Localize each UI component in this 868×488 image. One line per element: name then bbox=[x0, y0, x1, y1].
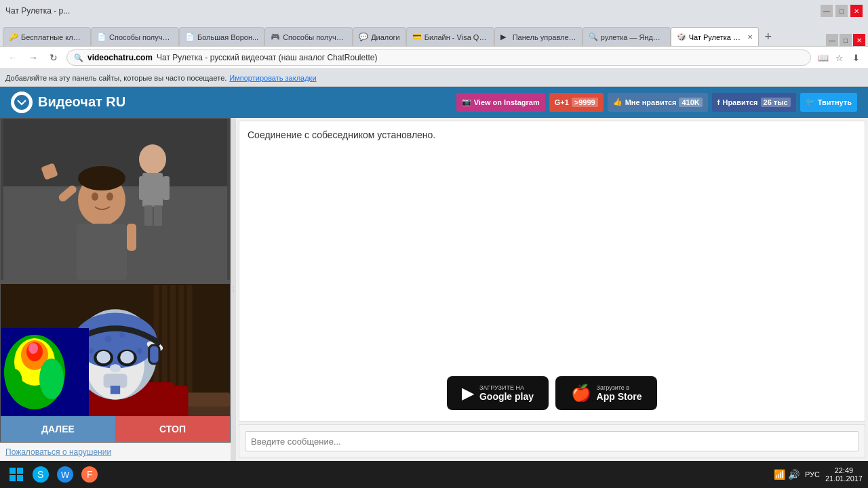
svg-rect-59 bbox=[17, 468, 23, 474]
close-button[interactable]: ✕ bbox=[850, 5, 863, 17]
address-icons: 📖 ☆ ⬇ bbox=[816, 51, 863, 64]
tab-9-active[interactable]: 🎲 Чат Рулетка - р... ✕ bbox=[671, 27, 759, 46]
taskbar-start-button[interactable] bbox=[5, 464, 27, 485]
tab-label-7: Панель управлен... bbox=[513, 33, 576, 41]
google-play-badge[interactable]: ▶ ЗАГРУЗИТЕ НА Google play bbox=[447, 376, 549, 410]
reader-icon[interactable]: 📖 bbox=[816, 51, 830, 64]
svg-rect-14 bbox=[127, 224, 136, 251]
browser-close[interactable]: ✕ bbox=[853, 34, 865, 46]
window-title: Чат Рулетка - р... bbox=[5, 6, 70, 16]
tab-label-4: Способы получен... bbox=[283, 33, 347, 41]
site-header: Видеочат RU 📷 View on Instagram G+1 >999… bbox=[0, 87, 868, 118]
browser-menu-buttons: — □ ✕ bbox=[826, 34, 865, 46]
taskbar-date-value: 21.01.2017 bbox=[825, 474, 863, 483]
tab-favicon-2: 📄 bbox=[97, 33, 106, 42]
svg-point-57 bbox=[6, 369, 22, 396]
taskbar-time-value: 22:49 bbox=[835, 466, 854, 474]
window-controls: — □ ✕ bbox=[821, 5, 863, 17]
svg-text:W: W bbox=[61, 470, 70, 480]
connection-status: Соединение с собеседником установлено. bbox=[248, 129, 856, 140]
tab-close-9[interactable]: ✕ bbox=[747, 33, 753, 41]
browser-restore[interactable]: □ bbox=[840, 34, 852, 46]
tab-label-3: Большая Ворон... bbox=[197, 33, 258, 41]
skype-icon-svg: S bbox=[32, 466, 50, 483]
remote-video bbox=[0, 118, 231, 281]
svg-rect-61 bbox=[17, 475, 23, 481]
back-button[interactable]: ← bbox=[5, 50, 20, 65]
tab-bar: 🔑 Бесплатные ключ... 📄 Способы получен..… bbox=[0, 22, 868, 46]
tab-7[interactable]: ▶ Панель управлен... bbox=[494, 27, 583, 46]
stop-button[interactable]: СТОП bbox=[115, 416, 230, 442]
svg-rect-8 bbox=[144, 205, 153, 226]
remote-video-bg bbox=[1, 119, 230, 280]
svg-point-48 bbox=[105, 336, 112, 342]
tab-2[interactable]: 📄 Способы получен... bbox=[91, 27, 179, 46]
next-button[interactable]: ДАЛЕЕ bbox=[1, 416, 115, 442]
thermal-svg bbox=[1, 328, 89, 416]
tab-label-8: рулетка — Яндекс... bbox=[601, 33, 665, 41]
svg-point-17 bbox=[78, 166, 125, 190]
tab-3[interactable]: 📄 Большая Ворон... bbox=[179, 27, 264, 46]
tab-label-6: Билайн - Visa QiW... bbox=[425, 33, 488, 41]
logo-icon bbox=[11, 92, 33, 113]
maximize-button[interactable]: □ bbox=[835, 5, 848, 17]
bookmarks-bar: Добавляйте на эту панель сайты, которые … bbox=[0, 69, 868, 87]
svg-rect-9 bbox=[154, 205, 162, 226]
tab-favicon-9: 🎲 bbox=[677, 33, 686, 42]
report-violation-link[interactable]: Пожаловаться о нарушении bbox=[5, 447, 111, 457]
svg-point-38 bbox=[120, 350, 134, 363]
svg-rect-40 bbox=[104, 373, 127, 387]
app-store-text: Загрузите в App Store bbox=[597, 384, 642, 402]
tab-5[interactable]: 💬 Диалоги bbox=[353, 27, 406, 46]
svg-point-4 bbox=[139, 144, 166, 174]
reload-button[interactable]: ↻ bbox=[46, 50, 61, 65]
vk-count: 410K bbox=[679, 98, 702, 107]
gplus-button[interactable]: G+1 >9999 bbox=[549, 93, 604, 112]
instagram-button[interactable]: 📷 View on Instagram bbox=[456, 93, 545, 112]
import-bookmarks-link[interactable]: Импортировать закладки bbox=[229, 74, 316, 82]
gplus-count: >9999 bbox=[572, 98, 598, 107]
app3-icon-svg: F bbox=[81, 466, 98, 483]
tab-6[interactable]: 💳 Билайн - Visa QiW... bbox=[406, 27, 494, 46]
bookmark-icon[interactable]: ☆ bbox=[833, 51, 846, 64]
logo-svg bbox=[14, 95, 29, 110]
chat-input[interactable] bbox=[245, 431, 859, 451]
instagram-label: View on Instagram bbox=[474, 98, 540, 106]
local-video-bg: ДАЛЕЕ СТОП bbox=[1, 284, 230, 442]
twitter-button[interactable]: 🐦 Твитнуть bbox=[800, 93, 857, 112]
tab-favicon-1: 🔑 bbox=[9, 33, 18, 42]
url-domain: videochatru.com bbox=[87, 53, 153, 62]
taskbar-app3-icon[interactable]: F bbox=[79, 464, 100, 485]
site-logo: Видеочат RU bbox=[11, 92, 125, 113]
app-badges: ▶ ЗАГРУЗИТЕ НА Google play 🍎 Загрузите в… bbox=[447, 376, 657, 410]
svg-point-16 bbox=[106, 192, 113, 201]
taskbar-right: 📶 🔊 РУС 22:49 21.01.2017 bbox=[774, 466, 863, 483]
minimize-button[interactable]: — bbox=[821, 5, 833, 17]
instagram-icon: 📷 bbox=[462, 98, 471, 106]
resize-handle[interactable]: ⋮ bbox=[231, 118, 236, 461]
svg-rect-60 bbox=[9, 475, 16, 481]
fb-button[interactable]: f Нравится 26 тыс bbox=[712, 93, 796, 112]
forward-button[interactable]: → bbox=[26, 50, 41, 65]
thermal-image-overlay bbox=[1, 328, 89, 416]
new-tab-button[interactable]: + bbox=[759, 27, 778, 46]
url-bar[interactable]: 🔍 videochatru.com Чат Рулетка - русский … bbox=[66, 49, 811, 66]
download-icon[interactable]: ⬇ bbox=[849, 51, 863, 64]
app-store-badge[interactable]: 🍎 Загрузите в App Store bbox=[555, 376, 657, 410]
tab-1[interactable]: 🔑 Бесплатные ключ... bbox=[3, 27, 91, 46]
taskbar-app2-icon[interactable]: W bbox=[54, 464, 76, 485]
tab-4[interactable]: 🎮 Способы получен... bbox=[264, 27, 353, 46]
taskbar-skype-icon[interactable]: S bbox=[30, 464, 52, 485]
volume-icon: 🔊 bbox=[788, 469, 800, 480]
tab-label-9: Чат Рулетка - р... bbox=[689, 33, 742, 41]
apple-icon: 🍎 bbox=[571, 384, 591, 403]
vk-button[interactable]: 👍 Мне нравится 410K bbox=[608, 93, 708, 112]
fb-count: 26 тыс bbox=[761, 98, 791, 107]
svg-text:F: F bbox=[87, 469, 93, 480]
vk-label: Мне нравится bbox=[625, 98, 677, 106]
svg-rect-58 bbox=[9, 468, 16, 474]
tab-label-2: Способы получен... bbox=[109, 33, 173, 41]
browser-minimize[interactable]: — bbox=[826, 34, 838, 46]
tab-8[interactable]: 🔍 рулетка — Яндекс... bbox=[583, 27, 671, 46]
chat-input-area bbox=[239, 424, 865, 458]
